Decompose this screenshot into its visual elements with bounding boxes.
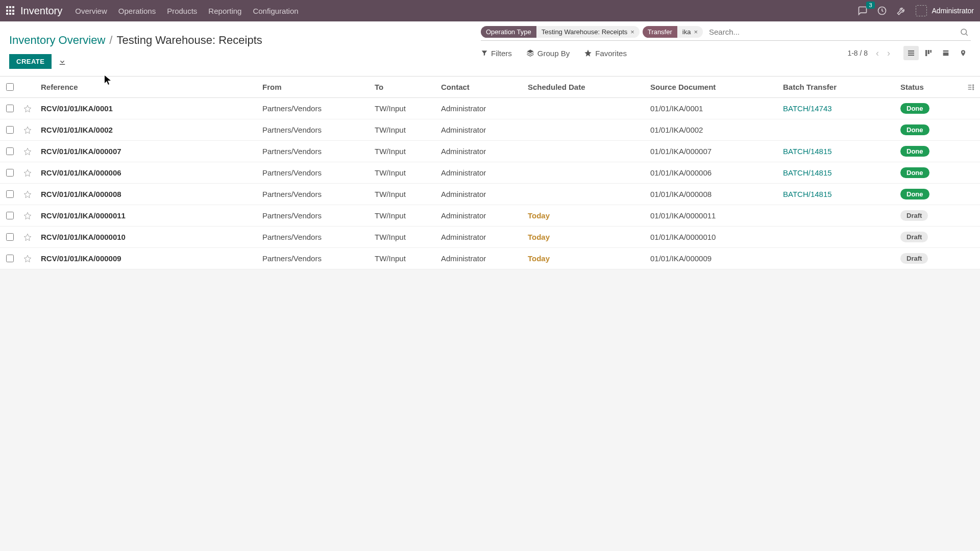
- create-button[interactable]: CREATE: [9, 54, 52, 69]
- filters-label: Filters: [491, 49, 512, 58]
- table-row[interactable]: RCV/01/01/IKA/0001Partners/VendorsTW/Inp…: [0, 98, 980, 119]
- cell-empty: [963, 227, 980, 248]
- cell-batch: [779, 205, 896, 227]
- table-row[interactable]: RCV/01/01/IKA/0000010Partners/VendorsTW/…: [0, 227, 980, 248]
- row-star-icon[interactable]: [19, 98, 37, 119]
- view-kanban-icon[interactable]: [921, 46, 936, 60]
- row-star-icon[interactable]: [19, 227, 37, 248]
- row-star-icon[interactable]: [19, 248, 37, 269]
- cell-scheduled: [524, 141, 646, 162]
- row-checkbox-cell: [0, 98, 19, 119]
- apps-icon[interactable]: [6, 6, 15, 15]
- row-star-icon[interactable]: [19, 162, 37, 184]
- pager-text: 1-8 / 8: [847, 49, 868, 57]
- filters-button[interactable]: Filters: [481, 49, 512, 58]
- favorites-button[interactable]: Favorites: [584, 49, 627, 58]
- breadcrumb-sep: /: [109, 34, 112, 47]
- row-checkbox[interactable]: [6, 105, 14, 112]
- table-header-row: Reference From To Contact Scheduled Date…: [0, 77, 980, 98]
- view-list-icon[interactable]: [903, 46, 919, 60]
- cell-from: Partners/Vendors: [258, 98, 371, 119]
- cell-source: 01/01/IKA/000009: [646, 248, 779, 269]
- groupby-button[interactable]: Group By: [526, 49, 570, 58]
- table-row[interactable]: RCV/01/01/IKA/000006Partners/VendorsTW/I…: [0, 162, 980, 184]
- cell-status: Done: [896, 119, 963, 141]
- col-status[interactable]: Status: [896, 77, 963, 98]
- cell-status: Draft: [896, 248, 963, 269]
- col-contact[interactable]: Contact: [437, 77, 524, 98]
- row-star-icon[interactable]: [19, 205, 37, 227]
- row-checkbox[interactable]: [6, 255, 14, 262]
- col-batch[interactable]: Batch Transfer: [779, 77, 896, 98]
- user-menu[interactable]: Administrator: [916, 5, 974, 16]
- row-checkbox[interactable]: [6, 147, 14, 155]
- nav-configuration[interactable]: Configuration: [253, 7, 298, 15]
- row-star-icon[interactable]: [19, 184, 37, 205]
- cell-contact: Administrator: [437, 162, 524, 184]
- cell-from: Partners/Vendors: [258, 119, 371, 141]
- cell-status: Draft: [896, 205, 963, 227]
- avatar: [916, 5, 927, 16]
- cell-from: Partners/Vendors: [258, 141, 371, 162]
- table-row[interactable]: RCV/01/01/IKA/0000011Partners/VendorsTW/…: [0, 205, 980, 227]
- row-checkbox[interactable]: [6, 190, 14, 198]
- select-all-checkbox[interactable]: [6, 83, 14, 91]
- breadcrumb-root[interactable]: Inventory Overview: [9, 34, 105, 47]
- row-checkbox-cell: [0, 184, 19, 205]
- row-checkbox[interactable]: [6, 233, 14, 241]
- row-checkbox[interactable]: [6, 212, 14, 219]
- view-map-icon[interactable]: [955, 46, 971, 60]
- col-options-icon[interactable]: [963, 77, 980, 98]
- view-calendar-icon[interactable]: [938, 46, 953, 60]
- cell-source: 01/01/IKA/000008: [646, 184, 779, 205]
- cell-from: Partners/Vendors: [258, 162, 371, 184]
- nav-operations[interactable]: Operations: [118, 7, 156, 15]
- nav-products[interactable]: Products: [167, 7, 197, 15]
- cell-batch[interactable]: BATCH/14815: [779, 184, 896, 205]
- table-row[interactable]: RCV/01/01/IKA/0002Partners/VendorsTW/Inp…: [0, 119, 980, 141]
- facet-remove-icon[interactable]: ×: [694, 28, 698, 36]
- cell-from: Partners/Vendors: [258, 227, 371, 248]
- download-icon[interactable]: [58, 57, 67, 66]
- row-checkbox[interactable]: [6, 169, 14, 177]
- cell-source: 01/01/IKA/0000011: [646, 205, 779, 227]
- row-checkbox[interactable]: [6, 126, 14, 134]
- star-icon: [584, 49, 592, 57]
- row-checkbox-cell: [0, 162, 19, 184]
- facet-remove-icon[interactable]: ×: [630, 28, 634, 36]
- search-icon[interactable]: [958, 28, 971, 37]
- nav-reporting[interactable]: Reporting: [208, 7, 241, 15]
- cell-source: 01/01/IKA/0002: [646, 119, 779, 141]
- row-checkbox-cell: [0, 248, 19, 269]
- facet-key: Transfer: [643, 26, 677, 38]
- cell-batch[interactable]: BATCH/14815: [779, 162, 896, 184]
- layers-icon: [526, 49, 534, 57]
- col-reference[interactable]: Reference: [37, 77, 258, 98]
- breadcrumb-current: Testing Warehouse: Receipts: [116, 34, 262, 47]
- cell-batch[interactable]: BATCH/14815: [779, 141, 896, 162]
- cell-scheduled: [524, 98, 646, 119]
- facet-value: ika×: [677, 26, 703, 38]
- search-bar: Operation TypeTesting Warehouse: Receipt…: [481, 26, 971, 41]
- table-row[interactable]: RCV/01/01/IKA/000009Partners/VendorsTW/I…: [0, 248, 980, 269]
- row-star-icon[interactable]: [19, 141, 37, 162]
- table-row[interactable]: RCV/01/01/IKA/000008Partners/VendorsTW/I…: [0, 184, 980, 205]
- col-from[interactable]: From: [258, 77, 371, 98]
- col-to[interactable]: To: [371, 77, 437, 98]
- col-scheduled[interactable]: Scheduled Date: [524, 77, 646, 98]
- pager-next[interactable]: ›: [884, 48, 893, 58]
- brand-label[interactable]: Inventory: [20, 5, 62, 17]
- tools-icon[interactable]: [896, 6, 906, 16]
- pager-prev[interactable]: ‹: [873, 48, 882, 58]
- clock-icon[interactable]: [877, 6, 887, 16]
- records-table: Reference From To Contact Scheduled Date…: [0, 77, 980, 269]
- messages-icon[interactable]: 3: [857, 6, 868, 16]
- svg-point-1: [961, 29, 967, 35]
- row-star-icon[interactable]: [19, 119, 37, 141]
- table-row[interactable]: RCV/01/01/IKA/000007Partners/VendorsTW/I…: [0, 141, 980, 162]
- cell-batch[interactable]: BATCH/14743: [779, 98, 896, 119]
- cell-status: Done: [896, 184, 963, 205]
- search-input[interactable]: [706, 26, 958, 38]
- col-source[interactable]: Source Document: [646, 77, 779, 98]
- nav-overview[interactable]: Overview: [75, 7, 107, 15]
